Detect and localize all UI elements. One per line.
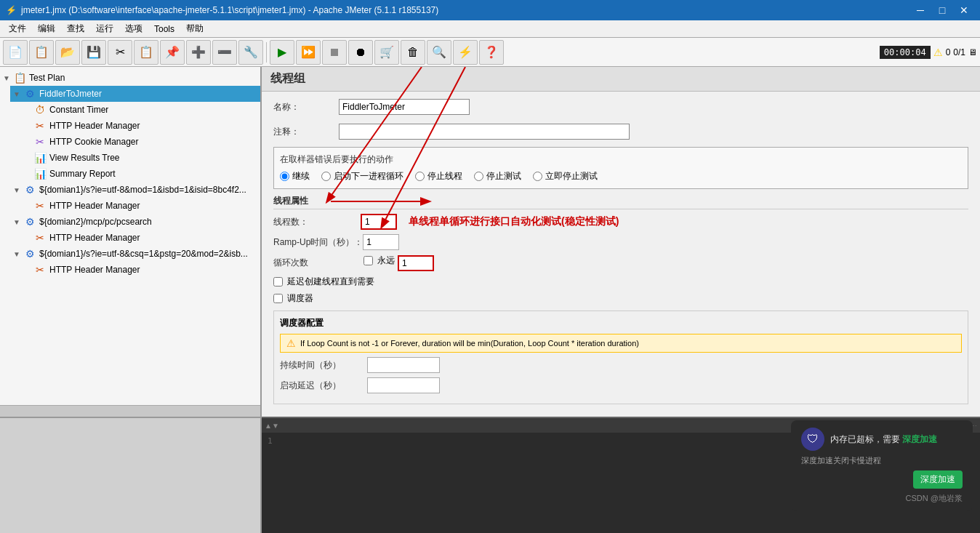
radio-stop-thread[interactable]: 停止线程: [415, 170, 462, 183]
radio-stop-test-input[interactable]: [474, 172, 483, 181]
menu-tools[interactable]: Tools: [148, 20, 180, 37]
start-delay-input[interactable]: [367, 377, 440, 393]
collapse-icon: ➖: [217, 45, 232, 59]
menu-options[interactable]: 选项: [119, 20, 148, 37]
tree-item-header2[interactable]: ✂ HTTP Header Manager: [20, 198, 260, 214]
radio-stop-now[interactable]: 立即停止测试: [533, 170, 598, 183]
content-row: ▼ 📋 Test Plan ▼ ⚙ FiddlerToJmeter ⏱ Cons…: [0, 67, 980, 417]
close-button[interactable]: ✕: [954, 2, 974, 18]
tree-item-domain2[interactable]: ▼ ⚙ ${domian2}/mcp/pc/pcsearch: [10, 214, 260, 230]
scheduler-checkbox[interactable]: [273, 294, 283, 303]
domain2-icon: ⚙: [23, 215, 36, 228]
menu-help[interactable]: 帮助: [180, 20, 209, 37]
duration-input[interactable]: [367, 357, 440, 373]
toggle-testplan[interactable]: ▼: [3, 74, 13, 82]
search-toolbar-button[interactable]: 🔍: [427, 40, 451, 65]
expand-icon: ➕: [191, 45, 206, 59]
header4-icon: ✂: [33, 263, 47, 276]
shutdown-button[interactable]: ⏺: [348, 40, 373, 65]
expand-button[interactable]: ➕: [186, 40, 211, 65]
forever-checkbox[interactable]: [364, 256, 373, 265]
save-button[interactable]: 💾: [81, 40, 106, 65]
search-toolbar-icon: 🔍: [432, 45, 446, 59]
tree-item-domain1b[interactable]: ▼ ⚙ ${domian1}/s?ie=utf-8&csq=1&pstg=20&…: [10, 246, 260, 262]
tree-item-header4[interactable]: ✂ HTTP Header Manager: [20, 262, 260, 278]
templates-button[interactable]: 📋: [29, 40, 54, 65]
cookie-label: HTTP Cookie Manager: [49, 137, 139, 147]
copy-button[interactable]: 📋: [134, 40, 158, 65]
radio-continue[interactable]: 继续: [280, 170, 310, 183]
loop-count-input[interactable]: [398, 255, 434, 271]
paste-button[interactable]: 📌: [160, 40, 185, 65]
radio-stop-now-label: 立即停止测试: [545, 170, 598, 183]
accel-button[interactable]: 深度加速: [913, 470, 963, 489]
domain1b-label: ${domian1}/s?ie=utf-8&csq=1&pstg=20&mod=…: [39, 249, 248, 259]
rampup-label: Ramp-Up时间（秒）：: [273, 236, 363, 249]
radio-continue-input[interactable]: [280, 172, 289, 181]
menu-edit[interactable]: 编辑: [32, 20, 61, 37]
stop-button[interactable]: ⏹: [322, 40, 347, 65]
tree-item-header1[interactable]: ✂ HTTP Header Manager: [20, 118, 260, 134]
collapse-button[interactable]: ➖: [212, 40, 237, 65]
toggle-button[interactable]: 🔧: [238, 40, 263, 65]
radio-group: 继续 启动下一进程循环 停止线程 停止测试: [280, 170, 962, 183]
menu-file[interactable]: 文件: [3, 20, 32, 37]
function-button[interactable]: ⚡: [453, 40, 478, 65]
comment-label: 注释：: [273, 126, 339, 138]
left-panel: ▼ 📋 Test Plan ▼ ⚙ FiddlerToJmeter ⏱ Cons…: [0, 67, 262, 417]
toggle-domain1[interactable]: ▼: [13, 186, 23, 194]
radio-next-loop[interactable]: 启动下一进程循环: [321, 170, 403, 183]
tree-item-summary[interactable]: 📊 Summary Report: [20, 166, 260, 182]
tree-item-testplan[interactable]: ▼ 📋 Test Plan: [0, 70, 260, 86]
form-area: 名称： 注释： 在取样器错误后要执行的动作 继续: [262, 92, 980, 417]
tree-item-header3[interactable]: ✂ HTTP Header Manager: [20, 230, 260, 246]
cut-button[interactable]: ✂: [108, 40, 132, 65]
name-input[interactable]: [339, 99, 470, 115]
notification-footer: CSDN @地岩浆: [801, 493, 963, 504]
clear-button[interactable]: 🛒: [374, 40, 399, 65]
open-button[interactable]: 📂: [55, 40, 80, 65]
thread-count-row: 线程数： 单线程单循环进行接口自动化测试(稳定性测试): [273, 214, 968, 230]
cut-icon: ✂: [116, 45, 125, 59]
tree-item-timer[interactable]: ⏱ Constant Timer: [20, 102, 260, 118]
loop-forever-check[interactable]: 永远: [364, 255, 395, 267]
new-button[interactable]: 📄: [3, 40, 28, 65]
new-icon: 📄: [8, 45, 23, 59]
tree-item-domain1[interactable]: ▼ ⚙ ${domian1}/s?ie=utf-8&mod=1&isbd=1&i…: [10, 182, 260, 198]
rampup-input[interactable]: [363, 234, 399, 250]
domain2-label: ${domian2}/mcp/pc/pcsearch: [39, 217, 152, 227]
tree-item-cookie[interactable]: ✂ HTTP Cookie Manager: [20, 134, 260, 150]
thread-count-input[interactable]: [361, 214, 397, 230]
annotation-text: 单线程单循环进行接口自动化测试(稳定性测试): [409, 215, 619, 228]
toggle-domain1b[interactable]: ▼: [13, 250, 23, 258]
start-button[interactable]: ▶: [270, 40, 294, 65]
props-section-header: 线程属性: [273, 195, 968, 209]
timer-label: Constant Timer: [49, 105, 108, 115]
summary-label: Summary Report: [49, 169, 116, 179]
menu-search[interactable]: 查找: [61, 20, 90, 37]
comment-input[interactable]: [339, 124, 630, 140]
elapsed-time: 00:00:04: [880, 46, 931, 59]
minimize-button[interactable]: ─: [910, 2, 931, 18]
title-bar: ⚡ jmeter1.jmx (D:\software\interface\apa…: [0, 0, 980, 20]
forever-label: 永远: [377, 255, 395, 267]
tree-item-results[interactable]: 📊 View Results Tree: [20, 150, 260, 166]
radio-stop-now-input[interactable]: [533, 172, 542, 181]
toggle-domain2[interactable]: ▼: [13, 218, 23, 226]
delay-label: 延迟创建线程直到需要: [287, 276, 374, 288]
notif-main-text: 内存已超标，需要 深度加速: [830, 433, 937, 446]
clear-all-button[interactable]: 🗑: [401, 40, 425, 65]
radio-next-loop-input[interactable]: [321, 172, 331, 181]
help-button[interactable]: ❓: [479, 40, 504, 65]
radio-stop-thread-input[interactable]: [415, 172, 425, 181]
action-section: 在取样器错误后要执行的动作 继续 启动下一进程循环 停止线程: [273, 147, 968, 189]
radio-stop-test[interactable]: 停止测试: [474, 170, 521, 183]
start-delay-row: 启动延迟（秒）: [280, 377, 962, 393]
menu-run[interactable]: 运行: [90, 20, 119, 37]
section-title: 线程组: [262, 67, 980, 92]
delay-checkbox[interactable]: [273, 277, 283, 286]
maximize-button[interactable]: □: [932, 2, 952, 18]
start-nopauses-button[interactable]: ⏩: [296, 40, 321, 65]
toggle-threadgroup[interactable]: ▼: [13, 90, 23, 98]
tree-item-threadgroup[interactable]: ▼ ⚙ FiddlerToJmeter: [10, 86, 260, 102]
